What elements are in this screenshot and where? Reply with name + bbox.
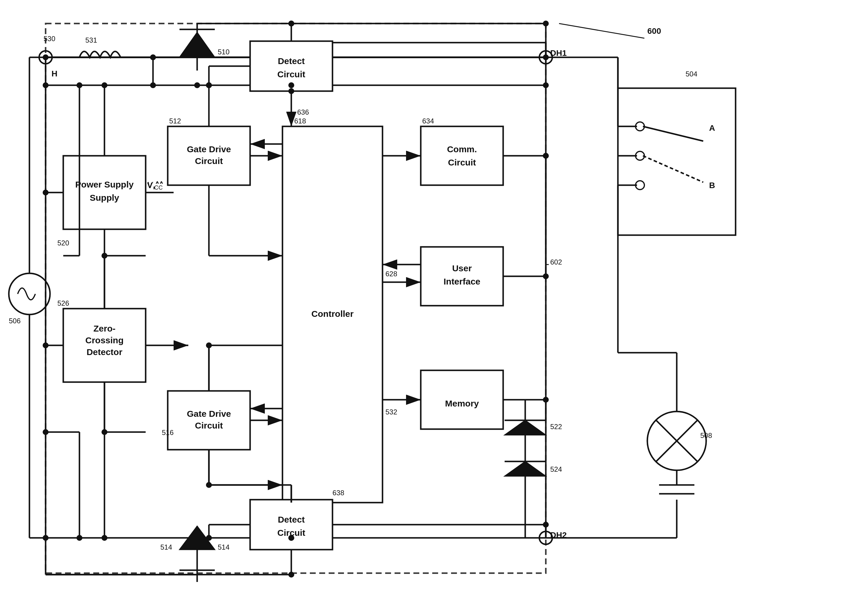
svg-point-154 [206, 342, 212, 348]
ref-600: 600 [647, 26, 661, 36]
ref-510: 510 [218, 48, 229, 56]
svg-point-150 [76, 535, 82, 541]
ref-512: 512 [169, 117, 181, 125]
ui-label1: User [452, 263, 472, 273]
svg-point-157 [543, 273, 549, 279]
svg-point-45 [102, 429, 107, 435]
svg-point-53 [150, 82, 156, 88]
svg-marker-97 [505, 420, 546, 435]
ref-634: 634 [422, 117, 434, 125]
ref-516: 516 [162, 428, 174, 436]
ref-532: 532 [386, 408, 397, 416]
power-supply-label: Power Supply [75, 179, 134, 189]
ref-530: 530 [43, 35, 55, 43]
gdc-top-label1: Gate Drive [187, 144, 231, 154]
ref-514-label: 514 [160, 543, 172, 551]
svg-point-18 [9, 273, 50, 315]
svg-rect-85 [421, 127, 503, 185]
memory-label: Memory [445, 399, 479, 408]
svg-point-166 [194, 535, 200, 541]
svg-rect-105 [618, 88, 736, 235]
gdc-top-label2: Circuit [195, 156, 223, 166]
ref-636: 636 [297, 108, 309, 116]
ref-602: 602 [550, 258, 562, 266]
ref-628: 628 [386, 270, 397, 278]
ref-508: 508 [700, 431, 712, 439]
ref-520: 520 [57, 239, 69, 247]
svg-point-80 [206, 535, 212, 541]
dh1-label: DH1 [550, 48, 567, 58]
ref-526: 526 [57, 299, 69, 307]
ref-531: 531 [85, 36, 97, 44]
ref-618: 618 [294, 117, 306, 125]
ref-504: 504 [685, 70, 698, 78]
svg-point-134 [543, 20, 549, 26]
detect-bot-label1: Detect [278, 514, 305, 524]
gdc-bot-label2: Circuit [195, 420, 223, 430]
ref-524: 524 [550, 465, 562, 473]
svg-marker-101 [505, 462, 546, 476]
svg-point-165 [288, 572, 294, 578]
svg-point-74 [206, 82, 212, 88]
zcd-label3: Detector [87, 347, 122, 357]
ref-522: 522 [550, 423, 562, 431]
switch-a-label: A [709, 124, 715, 133]
power-supply-label2: Supply [90, 193, 119, 202]
controller-label: Controller [311, 309, 354, 318]
svg-point-129 [288, 82, 294, 88]
svg-point-38 [102, 535, 107, 541]
detect-top-label1: Detect [278, 56, 305, 66]
zcd-label1: Zero- [94, 324, 116, 333]
svg-marker-7 [180, 32, 215, 57]
svg-point-133 [543, 82, 549, 88]
svg-point-42 [102, 253, 107, 259]
comm-label2: Circuit [448, 158, 476, 167]
svg-point-164 [543, 54, 549, 60]
svg-line-15 [559, 23, 644, 38]
ref-514: 514 [218, 543, 229, 551]
svg-rect-39 [63, 309, 146, 382]
vcc-text: V [147, 180, 153, 189]
svg-point-148 [76, 82, 82, 88]
detect-top-label2: Circuit [277, 70, 305, 79]
zcd-label2: Crossing [85, 335, 124, 345]
svg-point-36 [102, 82, 107, 88]
svg-point-156 [543, 153, 549, 159]
gdc-bot-label1: Gate Drive [187, 409, 231, 419]
svg-point-139 [288, 88, 294, 94]
ui-label2: Interface [443, 277, 480, 286]
svg-point-167 [288, 535, 294, 541]
switch-b-label: B [709, 181, 715, 190]
ref-506: 506 [9, 317, 20, 325]
svg-rect-75 [250, 500, 332, 550]
h-label: H [51, 69, 57, 78]
comm-label1: Comm. [447, 144, 477, 154]
svg-point-132 [194, 82, 200, 88]
svg-point-135 [288, 20, 294, 26]
vcc-sub: CC [154, 184, 163, 191]
svg-point-138 [543, 522, 549, 528]
ref-638: 638 [332, 489, 344, 497]
